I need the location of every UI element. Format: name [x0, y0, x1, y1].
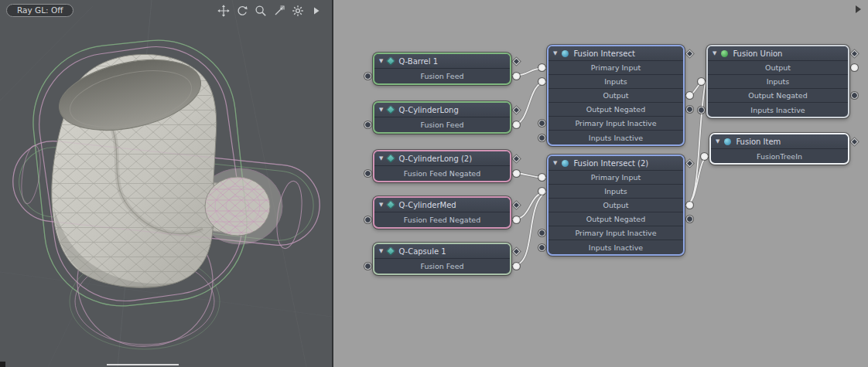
pan-tool-button[interactable]: [217, 4, 230, 17]
header-connector-diamond[interactable]: [513, 247, 521, 255]
output-port[interactable]: [686, 202, 693, 209]
input-port[interactable]: [698, 107, 705, 114]
node-row[interactable]: Inputs: [548, 75, 683, 89]
header-connector-diamond[interactable]: [851, 49, 859, 57]
node-row[interactable]: Primary Input: [548, 171, 683, 185]
node-q-capsule1[interactable]: ▼ Q-Capsule 1 Fusion Feed: [373, 243, 511, 275]
input-port[interactable]: [364, 170, 371, 177]
maximize-tool-button[interactable]: [272, 4, 285, 17]
node-row[interactable]: Fusion Feed: [374, 69, 510, 83]
viewport-canvas[interactable]: [0, 0, 332, 367]
input-port[interactable]: [538, 134, 545, 141]
node-row[interactable]: FusionTreeIn: [711, 149, 848, 163]
zoom-tool-button[interactable]: [254, 4, 267, 17]
node-row[interactable]: Fusion Feed Negated: [374, 166, 510, 181]
header-connector-diamond[interactable]: [686, 159, 694, 167]
collapse-triangle-icon[interactable]: ▼: [379, 202, 383, 208]
collapse-triangle-icon[interactable]: ▼: [379, 249, 383, 254]
output-port[interactable]: [513, 121, 520, 128]
rotate-tool-button[interactable]: [235, 4, 248, 17]
collapse-triangle-icon[interactable]: ▼: [553, 51, 557, 56]
row-label: Fusion Feed Negated: [404, 216, 481, 224]
node-q-cylindermed[interactable]: ▼ Q-CylinderMed Fusion Feed Negated: [373, 196, 511, 229]
node-row[interactable]: Output: [548, 199, 683, 212]
input-port[interactable]: [538, 120, 545, 127]
header-connector-diamond[interactable]: [851, 138, 859, 145]
input-port[interactable]: [538, 229, 545, 236]
node-header[interactable]: ▼ Fusion Union: [708, 46, 848, 61]
node-header[interactable]: ▼ Q-Capsule 1: [374, 244, 510, 259]
node-q-cylinderlong-2[interactable]: ▼ Q-CylinderLong (2) Fusion Feed Negated: [373, 150, 511, 182]
input-port[interactable]: [538, 174, 545, 181]
row-label: Inputs Inactive: [750, 106, 805, 114]
output-port[interactable]: [851, 92, 858, 99]
input-port[interactable]: [701, 153, 708, 160]
output-port[interactable]: [686, 92, 693, 99]
node-header[interactable]: ▼ Fusion Intersect: [548, 46, 683, 61]
output-port[interactable]: [686, 216, 693, 223]
3d-viewport[interactable]: Ray GL: Off: [0, 0, 333, 367]
panel-menu-arrow-icon[interactable]: [856, 5, 861, 13]
node-row[interactable]: Output: [548, 89, 683, 103]
input-port[interactable]: [364, 216, 371, 223]
input-port[interactable]: [364, 263, 371, 270]
node-q-cylinderlong[interactable]: ▼ Q-CylinderLong Fusion Feed: [373, 101, 511, 134]
node-row[interactable]: Fusion Feed: [374, 259, 510, 274]
node-row[interactable]: Fusion Feed: [374, 117, 510, 132]
node-row[interactable]: Output Negated: [548, 212, 683, 226]
node-header[interactable]: ▼ Fusion Intersect (2): [548, 156, 683, 171]
input-port[interactable]: [538, 188, 545, 195]
output-port[interactable]: [686, 106, 693, 113]
node-row[interactable]: Inputs Inactive: [548, 131, 683, 144]
node-row[interactable]: Inputs Inactive: [708, 103, 848, 117]
header-connector-diamond[interactable]: [686, 49, 694, 57]
output-port[interactable]: [513, 73, 520, 80]
mesh-object[interactable]: [52, 49, 282, 289]
header-connector-diamond[interactable]: [513, 201, 521, 209]
node-row[interactable]: Output: [708, 61, 848, 75]
collapse-triangle-icon[interactable]: ▼: [713, 51, 716, 56]
header-connector-diamond[interactable]: [513, 155, 521, 162]
output-port[interactable]: [513, 170, 520, 177]
node-row[interactable]: Primary Input Inactive: [548, 226, 683, 240]
node-row[interactable]: Primary Input: [548, 61, 683, 75]
node-header[interactable]: ▼ Q-CylinderLong (2): [374, 151, 510, 166]
collapse-triangle-icon[interactable]: ▼: [379, 59, 383, 64]
input-port[interactable]: [538, 244, 545, 251]
node-header[interactable]: ▼ Q-Barrel 1: [374, 54, 510, 69]
collapse-triangle-icon[interactable]: ▼: [716, 139, 719, 144]
collapse-triangle-icon[interactable]: ▼: [379, 107, 383, 113]
node-fusion-union[interactable]: ▼ Fusion Union Output Inputs Output Nega…: [706, 45, 849, 118]
node-header[interactable]: ▼ Q-CylinderMed: [374, 198, 510, 212]
settings-tool-button[interactable]: [291, 4, 304, 17]
node-row[interactable]: Inputs: [708, 75, 848, 89]
node-header[interactable]: ▼ Q-CylinderLong: [374, 103, 510, 117]
ray-gl-toggle-button[interactable]: Ray GL: Off: [6, 4, 73, 17]
node-row[interactable]: Inputs Inactive: [548, 240, 683, 254]
input-port[interactable]: [364, 121, 371, 128]
node-row[interactable]: Output Negated: [708, 89, 848, 103]
header-connector-diamond[interactable]: [513, 106, 521, 114]
input-port[interactable]: [364, 73, 371, 80]
output-port[interactable]: [851, 64, 858, 71]
node-fusion-intersect[interactable]: ▼ Fusion Intersect Primary Input Inputs …: [547, 45, 685, 146]
node-row[interactable]: Output Negated: [548, 103, 683, 117]
input-port[interactable]: [538, 64, 545, 71]
output-port[interactable]: [513, 216, 520, 223]
node-q-barrel1[interactable]: ▼ Q-Barrel 1 Fusion Feed: [373, 53, 511, 85]
node-header[interactable]: ▼ Fusion Item: [711, 134, 848, 149]
node-fusion-intersect-2[interactable]: ▼ Fusion Intersect (2) Primary Input Inp…: [547, 155, 685, 256]
header-connector-diamond[interactable]: [513, 57, 521, 65]
output-port[interactable]: [513, 263, 520, 270]
node-row[interactable]: Fusion Feed Negated: [374, 212, 510, 227]
input-port[interactable]: [698, 78, 705, 85]
node-fusion-item[interactable]: ▼ Fusion Item FusionTreeIn: [709, 133, 849, 165]
collapse-triangle-icon[interactable]: ▼: [553, 161, 557, 166]
input-port[interactable]: [538, 78, 545, 85]
node-title: Q-CylinderMed: [398, 201, 456, 209]
node-row[interactable]: Primary Input Inactive: [548, 117, 683, 131]
node-row[interactable]: Inputs: [548, 185, 683, 199]
schematic-panel[interactable]: ▼ Q-Barrel 1 Fusion Feed ▼ Q-CylinderLon…: [333, 0, 868, 367]
viewport-menu-button[interactable]: [309, 4, 323, 17]
collapse-triangle-icon[interactable]: ▼: [379, 156, 383, 161]
